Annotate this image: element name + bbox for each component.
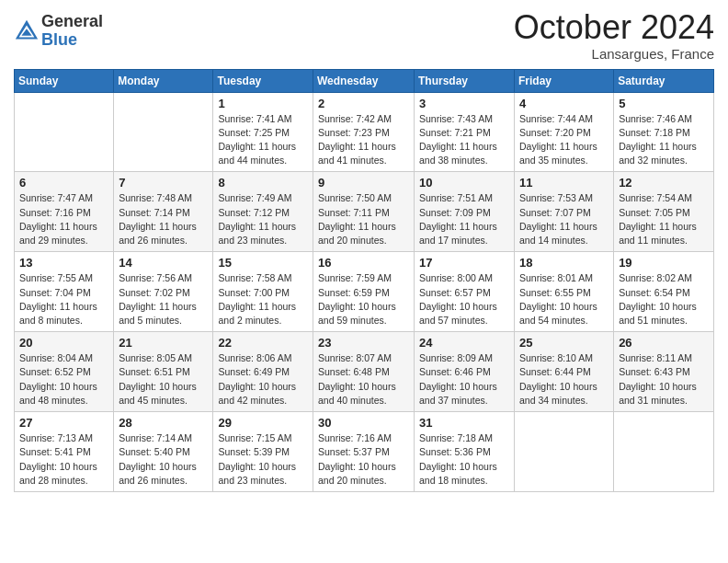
table-row: 25Sunrise: 8:10 AMSunset: 6:44 PMDayligh… (515, 332, 614, 412)
table-row (15, 92, 114, 172)
day-info: Sunrise: 7:16 AMSunset: 5:37 PMDaylight:… (318, 431, 409, 488)
day-info: Sunrise: 7:15 AMSunset: 5:39 PMDaylight:… (218, 431, 308, 488)
day-info: Sunrise: 7:53 AMSunset: 7:07 PMDaylight:… (519, 191, 609, 247)
day-number: 14 (119, 256, 208, 270)
day-info: Sunrise: 8:10 AMSunset: 6:44 PMDaylight:… (519, 351, 609, 408)
day-number: 10 (419, 176, 509, 190)
day-number: 7 (119, 176, 208, 190)
logo-blue-text: Blue (41, 31, 103, 50)
table-row: 8Sunrise: 7:49 AMSunset: 7:12 PMDaylight… (213, 172, 313, 252)
table-row (515, 412, 614, 492)
day-info: Sunrise: 7:54 AMSunset: 7:05 PMDaylight:… (619, 191, 709, 247)
table-row: 6Sunrise: 7:47 AMSunset: 7:16 PMDaylight… (15, 172, 114, 252)
day-info: Sunrise: 8:06 AMSunset: 6:49 PMDaylight:… (218, 351, 308, 408)
day-info: Sunrise: 7:14 AMSunset: 5:40 PMDaylight:… (119, 431, 208, 488)
day-number: 6 (19, 176, 108, 190)
day-info: Sunrise: 7:41 AMSunset: 7:25 PMDaylight:… (218, 112, 308, 168)
table-row: 11Sunrise: 7:53 AMSunset: 7:07 PMDayligh… (515, 172, 614, 252)
table-row: 24Sunrise: 8:09 AMSunset: 6:46 PMDayligh… (415, 332, 515, 412)
logo-general-text: General (41, 13, 103, 31)
table-row: 18Sunrise: 8:01 AMSunset: 6:55 PMDayligh… (515, 252, 614, 332)
calendar-week-row: 27Sunrise: 7:13 AMSunset: 5:41 PMDayligh… (15, 412, 714, 492)
table-row: 30Sunrise: 7:16 AMSunset: 5:37 PMDayligh… (313, 412, 415, 492)
day-number: 8 (218, 176, 308, 190)
table-row: 28Sunrise: 7:14 AMSunset: 5:40 PMDayligh… (114, 412, 213, 492)
header-monday: Monday (114, 69, 213, 92)
day-number: 12 (619, 176, 709, 190)
day-info: Sunrise: 7:49 AMSunset: 7:12 PMDaylight:… (218, 191, 308, 247)
day-info: Sunrise: 7:51 AMSunset: 7:09 PMDaylight:… (419, 191, 509, 247)
table-row: 10Sunrise: 7:51 AMSunset: 7:09 PMDayligh… (415, 172, 515, 252)
day-info: Sunrise: 7:42 AMSunset: 7:23 PMDaylight:… (318, 112, 409, 168)
table-row: 20Sunrise: 8:04 AMSunset: 6:52 PMDayligh… (15, 332, 114, 412)
logo-icon (14, 18, 40, 44)
day-number: 24 (419, 336, 509, 350)
day-number: 19 (619, 256, 709, 270)
calendar-week-row: 1Sunrise: 7:41 AMSunset: 7:25 PMDaylight… (15, 92, 714, 172)
calendar-week-row: 20Sunrise: 8:04 AMSunset: 6:52 PMDayligh… (15, 332, 714, 412)
header-sunday: Sunday (15, 69, 114, 92)
day-info: Sunrise: 7:18 AMSunset: 5:36 PMDaylight:… (419, 431, 509, 488)
day-info: Sunrise: 8:04 AMSunset: 6:52 PMDaylight:… (19, 351, 108, 408)
day-number: 4 (519, 97, 609, 110)
table-row: 12Sunrise: 7:54 AMSunset: 7:05 PMDayligh… (614, 172, 714, 252)
table-row (614, 412, 714, 492)
day-info: Sunrise: 8:05 AMSunset: 6:51 PMDaylight:… (119, 351, 208, 408)
day-info: Sunrise: 7:48 AMSunset: 7:14 PMDaylight:… (119, 191, 208, 247)
day-number: 17 (419, 256, 509, 270)
table-row: 7Sunrise: 7:48 AMSunset: 7:14 PMDaylight… (114, 172, 213, 252)
header-tuesday: Tuesday (213, 69, 313, 92)
table-row: 1Sunrise: 7:41 AMSunset: 7:25 PMDaylight… (213, 92, 313, 172)
table-row: 26Sunrise: 8:11 AMSunset: 6:43 PMDayligh… (614, 332, 714, 412)
day-number: 16 (318, 256, 409, 270)
header-thursday: Thursday (415, 69, 515, 92)
day-number: 30 (318, 416, 409, 430)
logo: General Blue (14, 13, 103, 50)
day-number: 3 (419, 97, 509, 110)
day-info: Sunrise: 7:58 AMSunset: 7:00 PMDaylight:… (218, 271, 308, 327)
day-info: Sunrise: 8:02 AMSunset: 6:54 PMDaylight:… (619, 271, 709, 327)
day-number: 23 (318, 336, 409, 350)
day-number: 28 (119, 416, 208, 430)
day-number: 2 (318, 97, 409, 110)
day-number: 20 (19, 336, 108, 350)
table-row: 3Sunrise: 7:43 AMSunset: 7:21 PMDaylight… (415, 92, 515, 172)
day-info: Sunrise: 8:00 AMSunset: 6:57 PMDaylight:… (419, 271, 509, 327)
day-info: Sunrise: 7:43 AMSunset: 7:21 PMDaylight:… (419, 112, 509, 168)
table-row: 21Sunrise: 8:05 AMSunset: 6:51 PMDayligh… (114, 332, 213, 412)
header-friday: Friday (515, 69, 614, 92)
table-row (114, 92, 213, 172)
day-number: 1 (218, 97, 308, 110)
table-row: 27Sunrise: 7:13 AMSunset: 5:41 PMDayligh… (15, 412, 114, 492)
table-row: 14Sunrise: 7:56 AMSunset: 7:02 PMDayligh… (114, 252, 213, 332)
day-number: 9 (318, 176, 409, 190)
day-number: 25 (519, 336, 609, 350)
table-row: 16Sunrise: 7:59 AMSunset: 6:59 PMDayligh… (313, 252, 415, 332)
table-row: 17Sunrise: 8:00 AMSunset: 6:57 PMDayligh… (415, 252, 515, 332)
table-row: 15Sunrise: 7:58 AMSunset: 7:00 PMDayligh… (213, 252, 313, 332)
day-number: 22 (218, 336, 308, 350)
table-row: 22Sunrise: 8:06 AMSunset: 6:49 PMDayligh… (213, 332, 313, 412)
calendar-week-row: 13Sunrise: 7:55 AMSunset: 7:04 PMDayligh… (15, 252, 714, 332)
day-number: 11 (519, 176, 609, 190)
title-block: October 2024 Lansargues, France (514, 9, 714, 62)
table-row: 29Sunrise: 7:15 AMSunset: 5:39 PMDayligh… (213, 412, 313, 492)
day-info: Sunrise: 8:11 AMSunset: 6:43 PMDaylight:… (619, 351, 709, 408)
page: General Blue October 2024 Lansargues, Fr… (0, 0, 728, 563)
day-info: Sunrise: 7:46 AMSunset: 7:18 PMDaylight:… (619, 112, 709, 168)
calendar-table: Sunday Monday Tuesday Wednesday Thursday… (14, 69, 714, 492)
table-row: 19Sunrise: 8:02 AMSunset: 6:54 PMDayligh… (614, 252, 714, 332)
day-number: 13 (19, 256, 108, 270)
table-row: 2Sunrise: 7:42 AMSunset: 7:23 PMDaylight… (313, 92, 415, 172)
header-saturday: Saturday (614, 69, 714, 92)
day-number: 27 (19, 416, 108, 430)
weekday-header-row: Sunday Monday Tuesday Wednesday Thursday… (15, 69, 714, 92)
day-info: Sunrise: 7:56 AMSunset: 7:02 PMDaylight:… (119, 271, 208, 327)
day-number: 31 (419, 416, 509, 430)
table-row: 5Sunrise: 7:46 AMSunset: 7:18 PMDaylight… (614, 92, 714, 172)
day-info: Sunrise: 7:50 AMSunset: 7:11 PMDaylight:… (318, 191, 409, 247)
day-number: 15 (218, 256, 308, 270)
header-wednesday: Wednesday (313, 69, 415, 92)
day-info: Sunrise: 8:09 AMSunset: 6:46 PMDaylight:… (419, 351, 509, 408)
day-number: 26 (619, 336, 709, 350)
